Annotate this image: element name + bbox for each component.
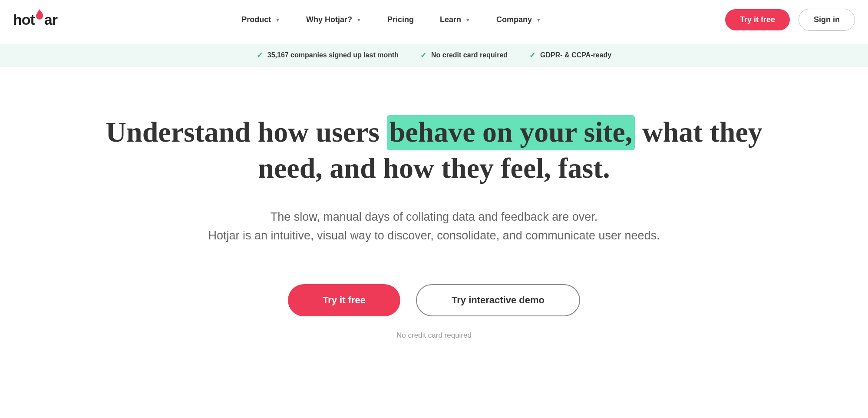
header-actions: Try it free Sign in [725, 9, 855, 31]
banner-text: 35,167 companies signed up last month [267, 51, 399, 59]
subhead-line1: The slow, manual days of collating data … [104, 208, 764, 226]
cta-demo-button[interactable]: Try interactive demo [416, 284, 580, 316]
logo[interactable]: hot ar [13, 11, 57, 28]
banner-text: No credit card required [431, 51, 508, 59]
check-icon: ✓ [529, 50, 536, 60]
chevron-down-icon: ▼ [536, 17, 541, 23]
nav-item-learn[interactable]: Learn ▼ [440, 15, 470, 24]
flame-icon [35, 6, 44, 23]
chevron-down-icon: ▼ [465, 17, 470, 23]
site-header: hot ar Product ▼ Why Hotjar? ▼ Pricing L… [0, 0, 868, 44]
banner-text: GDPR- & CCPA-ready [540, 51, 611, 59]
check-icon: ✓ [420, 50, 427, 60]
nav-label: Why Hotjar? [306, 15, 352, 24]
hero-headline: Understand how users behave on your site… [104, 114, 764, 186]
logo-text-before: hot [13, 11, 35, 28]
nav-item-pricing[interactable]: Pricing [387, 15, 414, 24]
banner-item: ✓ GDPR- & CCPA-ready [529, 50, 611, 60]
headline-highlight: behave on your site, [387, 115, 635, 150]
check-icon: ✓ [257, 50, 263, 60]
nav-item-product[interactable]: Product ▼ [241, 15, 280, 24]
cta-try-free-button[interactable]: Try it free [288, 284, 400, 316]
chevron-down-icon: ▼ [356, 17, 361, 23]
trust-banner: ✓ 35,167 companies signed up last month … [0, 44, 868, 66]
banner-item: ✓ 35,167 companies signed up last month [257, 50, 399, 60]
nav-label: Company [496, 15, 532, 24]
banner-item: ✓ No credit card required [420, 50, 508, 60]
chevron-down-icon: ▼ [275, 17, 280, 23]
cta-row: Try it free Try interactive demo [104, 284, 764, 316]
nav-item-company[interactable]: Company ▼ [496, 15, 541, 24]
nav-item-why-hotjar[interactable]: Why Hotjar? ▼ [306, 15, 361, 24]
try-free-button[interactable]: Try it free [725, 9, 790, 30]
nav-label: Learn [440, 15, 461, 24]
nav-label: Pricing [387, 15, 414, 24]
main-nav: Product ▼ Why Hotjar? ▼ Pricing Learn ▼ … [57, 15, 725, 24]
subhead-line2: Hotjar is an intuitive, visual way to di… [104, 226, 764, 245]
hero-subhead: The slow, manual days of collating data … [104, 208, 764, 245]
nav-label: Product [241, 15, 271, 24]
headline-pre: Understand how users [106, 116, 386, 148]
sign-in-button[interactable]: Sign in [799, 9, 855, 31]
hero-section: Understand how users behave on your site… [87, 66, 782, 353]
cta-note: No credit card required [104, 331, 764, 340]
logo-text-after: ar [44, 11, 57, 28]
